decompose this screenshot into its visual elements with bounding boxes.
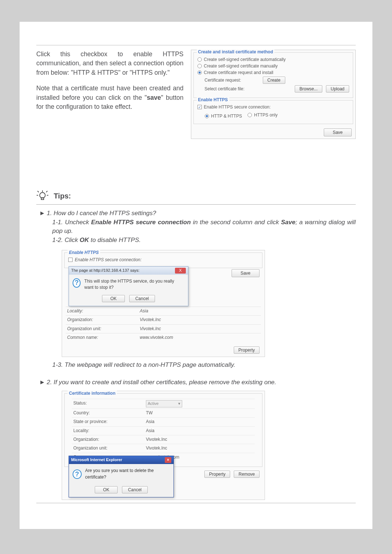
- dialog-message: This will stop the HTTPS service, do you…: [84, 278, 184, 291]
- save-button[interactable]: Save: [232, 269, 260, 277]
- tips-q1: 1. How do I cancel the HTTPS settings?: [47, 210, 156, 217]
- chevron-down-icon: ▾: [178, 401, 180, 407]
- radio-label: Create certificate request and install: [204, 70, 273, 75]
- row-value: TW: [146, 410, 153, 416]
- dialog-title: The page at http://192.168.4.137 says:: [71, 268, 139, 274]
- enable-https-label: Enable HTTPS secure connection:: [204, 104, 271, 110]
- row-value: Vivotek.Inc: [140, 326, 161, 332]
- svg-line-6: [46, 191, 47, 192]
- row-value: www.vivotek.com: [140, 335, 173, 341]
- svg-rect-1: [41, 198, 44, 200]
- ie-dialog-message: Are you sure you want to delete the cert…: [85, 468, 170, 480]
- row-label: Organization:: [73, 436, 146, 443]
- certificate-info-screenshot: Certificate information Status: Active▾ …: [62, 391, 265, 500]
- enable-https-label: Enable HTTPS secure connection:: [75, 257, 142, 263]
- intro-text: Click this checkbox to enable HTTPS comm…: [36, 50, 184, 139]
- radio-label: Create self-signed certificate manually: [204, 63, 278, 69]
- radio-label: Create self-signed certificate automatic…: [204, 57, 286, 62]
- intro-paragraph-2: Note that a certificate must have been c…: [36, 84, 184, 111]
- row-label: Organization:: [67, 317, 140, 323]
- radio-icon: [197, 70, 202, 75]
- row-label: Locality:: [67, 308, 140, 314]
- status-select[interactable]: Active▾: [146, 400, 182, 407]
- ok-button[interactable]: OK: [102, 295, 125, 302]
- row-value: Vivotek.Inc: [140, 317, 161, 323]
- create-install-panel: Create and install certificate method Cr…: [191, 50, 356, 139]
- cancel-button[interactable]: Cancel: [129, 295, 155, 302]
- ie-dialog-title: Microsoft Internet Explorer: [71, 457, 122, 463]
- row-value: Vivotek.Inc: [146, 436, 167, 443]
- row-value: Asia: [146, 419, 154, 425]
- select-file-label: Select certificate file:: [205, 86, 259, 91]
- legend-enable-https: Enable HTTPS: [197, 97, 229, 102]
- save-button[interactable]: Save: [324, 128, 352, 136]
- status-label: Status:: [73, 400, 146, 407]
- mode-label: HTTP & HTTPS: [211, 114, 242, 119]
- tips-q1-3: 1-3. The webpage will redirect to a non-…: [52, 361, 356, 370]
- svg-point-0: [40, 193, 45, 198]
- question-icon: ?: [73, 278, 81, 288]
- mode-https-only[interactable]: HTTPS only: [248, 112, 278, 118]
- row-value: Asia: [140, 308, 148, 314]
- enable-https-checkbox-row[interactable]: ✓ Enable HTTPS secure connection:: [197, 104, 349, 110]
- checkbox-icon: [68, 258, 73, 262]
- browse-button[interactable]: Browse...: [295, 85, 322, 93]
- property-button[interactable]: Property: [204, 471, 230, 478]
- upload-button[interactable]: Upload: [326, 85, 349, 93]
- radio-icon: [205, 114, 209, 118]
- radio-icon: [197, 64, 202, 68]
- remove-button[interactable]: Remove: [234, 471, 260, 478]
- radio-auto[interactable]: Create self-signed certificate automatic…: [197, 57, 349, 62]
- checkbox-icon: ✓: [197, 105, 202, 109]
- row-label: Organization unit:: [73, 445, 146, 451]
- row-label: Locality:: [73, 428, 146, 434]
- row-label: Country:: [73, 410, 146, 416]
- tips-section: Tips: ►1. How do I cancel the HTTPS sett…: [36, 190, 356, 500]
- question-icon: ?: [73, 469, 82, 479]
- cancel-button[interactable]: Cancel: [122, 486, 148, 493]
- legend-cert-info: Certificate information: [68, 390, 117, 397]
- row-label: Organization unit:: [67, 326, 140, 332]
- enable-https-checkbox-row[interactable]: Enable HTTPS secure connection:: [68, 257, 258, 263]
- radio-manual[interactable]: Create self-signed certificate manually: [197, 63, 349, 69]
- row-label: State or province:: [73, 419, 146, 425]
- property-button[interactable]: Property: [234, 346, 260, 354]
- ie-confirm-dialog: Microsoft Internet Explorer × ? Are you …: [69, 456, 174, 497]
- lightbulb-icon: [36, 190, 49, 202]
- close-icon[interactable]: ×: [165, 457, 171, 463]
- close-icon[interactable]: X: [175, 268, 186, 274]
- document-page: Click this checkbox to enable HTTPS comm…: [20, 22, 372, 529]
- mode-http-https[interactable]: HTTP & HTTPS: [205, 114, 242, 119]
- tips-title: Tips:: [54, 192, 71, 200]
- confirm-dialog: The page at http://192.168.4.137 says: X…: [69, 266, 188, 307]
- legend-enable-https: Enable HTTPS: [68, 250, 100, 256]
- row-value: Asia: [146, 428, 154, 434]
- radio-icon: [197, 57, 202, 62]
- create-button[interactable]: Create: [263, 77, 285, 84]
- radio-icon: [248, 113, 252, 117]
- tips-q2: 2. If you want to create and install oth…: [47, 379, 276, 386]
- enable-https-dialog-screenshot: Enable HTTPS Enable HTTPS secure connect…: [62, 250, 265, 357]
- info-table: Locality:Asia Organization:Vivotek.Inc O…: [66, 307, 261, 342]
- mode-label: HTTPS only: [254, 112, 278, 118]
- legend-create-install: Create and install certificate method: [197, 49, 275, 54]
- radio-request-install[interactable]: Create certificate request and install: [197, 70, 349, 75]
- cert-request-label: Certificate request:: [205, 78, 259, 83]
- ok-button[interactable]: OK: [95, 486, 118, 493]
- svg-line-5: [37, 191, 38, 192]
- row-value: Vivotek.Inc: [146, 445, 167, 451]
- row-label: Common name:: [67, 335, 140, 341]
- intro-paragraph-1: Click this checkbox to enable HTTPS comm…: [36, 50, 184, 77]
